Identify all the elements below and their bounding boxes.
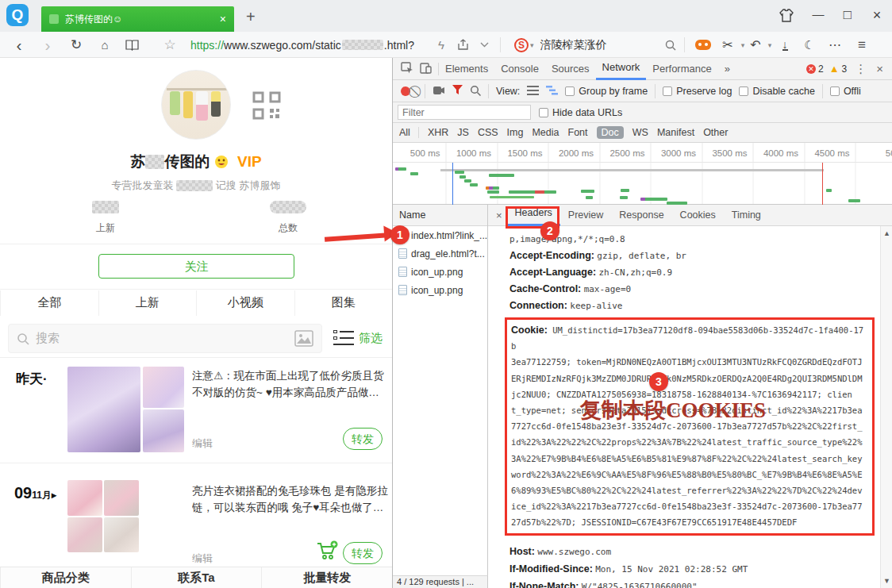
subtab-preview[interactable]: Preview <box>560 205 611 226</box>
inspect-element-icon[interactable] <box>393 62 418 75</box>
chevron-down-icon[interactable] <box>476 32 492 58</box>
reload-icon[interactable]: ↻ <box>65 32 87 58</box>
feed-2-image-4[interactable] <box>104 517 139 552</box>
network-filter-input[interactable] <box>398 105 531 120</box>
name-column-header[interactable]: Name <box>393 205 488 226</box>
download-icon[interactable]: ↓ <box>775 32 794 58</box>
filter-button[interactable]: 筛选 <box>359 331 383 346</box>
feed-2-image-3[interactable] <box>67 517 102 552</box>
window-minimize-button[interactable]: — <box>806 7 830 21</box>
more-tabs-icon[interactable]: » <box>718 58 736 80</box>
type-filter[interactable]: All <box>399 127 419 138</box>
cookie-header-value[interactable]: UM_distinctid=17b3ea77120df8-094bae5583d… <box>511 325 863 527</box>
type-filter[interactable]: CSS <box>478 127 498 138</box>
device-toolbar-icon[interactable] <box>418 63 439 75</box>
undo-history-icon[interactable]: ↶ <box>747 32 764 58</box>
type-filter[interactable]: JS <box>457 127 469 138</box>
undo-caret-icon[interactable]: ▾ <box>766 32 774 58</box>
tab-sources[interactable]: Sources <box>545 58 596 80</box>
page-tab[interactable]: 小视频 <box>196 290 294 316</box>
type-filter[interactable]: XHR <box>428 127 448 138</box>
feed-2-forward-button[interactable]: 转发 <box>343 542 383 564</box>
waterfall-overview[interactable] <box>393 163 892 205</box>
tab-console[interactable]: Console <box>494 58 545 80</box>
feed-2-edit-button[interactable]: 编辑 <box>192 551 213 566</box>
feed-2-text[interactable]: 亮片连衣裙搭配的兔毛珍珠包 是有隐形拉链，可以装东西的哦 兔子♥耳朵也做了一点定… <box>192 482 389 516</box>
search-network-icon[interactable] <box>470 85 481 98</box>
type-filter[interactable]: Doc <box>597 126 624 139</box>
filter-toggle-icon[interactable] <box>452 85 463 97</box>
browser-logo-icon[interactable]: Q <box>6 4 29 26</box>
screenshot-capture-icon[interactable] <box>433 86 445 97</box>
avatar[interactable] <box>161 70 231 140</box>
page-tab[interactable]: 全部 <box>0 290 98 316</box>
window-maximize-button[interactable]: □ <box>836 7 859 23</box>
shop-search-input[interactable]: 搜索 <box>8 324 322 353</box>
bottom-nav-item[interactable]: 联系Ta <box>131 567 262 588</box>
view-list-icon[interactable] <box>527 86 539 97</box>
feed-1-image-3[interactable] <box>143 409 184 452</box>
skin-theme-icon[interactable] <box>779 9 794 23</box>
tab-elements[interactable]: Elements <box>439 58 494 80</box>
devtools-menu-icon[interactable]: ⋮ <box>847 63 875 75</box>
close-detail-pane-icon[interactable]: × <box>488 209 507 221</box>
type-filter[interactable]: Img <box>507 127 524 138</box>
browser-tab[interactable]: 苏博传图的☺ × <box>41 6 234 32</box>
menu-icon[interactable]: ≡ <box>852 32 871 58</box>
feed-2-image-1[interactable] <box>67 480 102 516</box>
search-box[interactable]: S ▾ 涪陵榨菜涨价 <box>514 32 607 58</box>
warning-count-badge[interactable]: ▲3 <box>829 63 848 75</box>
request-row[interactable]: icon_up.png <box>393 263 487 281</box>
request-row[interactable]: drag_ele.html?t... <box>393 244 487 263</box>
bookmarks-icon[interactable] <box>121 32 143 58</box>
bottom-nav-item[interactable]: 批量转发 <box>261 567 392 588</box>
feed-1-forward-button[interactable]: 转发 <box>343 428 383 450</box>
type-filter[interactable]: WS <box>632 127 648 138</box>
error-count-badge[interactable]: ✕2 <box>806 63 824 75</box>
scissors-caret-icon[interactable]: ▾ <box>739 32 747 58</box>
address-bar[interactable]: https://www.szwego.com/static.html? <box>190 32 414 58</box>
subtab-cookies[interactable]: Cookies <box>672 205 724 226</box>
type-filter[interactable]: Other <box>703 127 728 138</box>
hide-data-urls-checkbox[interactable]: Hide data URLs <box>539 107 622 118</box>
cart-add-icon[interactable] <box>316 540 338 561</box>
preserve-log-checkbox[interactable]: Preserve log <box>663 86 732 97</box>
window-close-button[interactable]: × <box>865 7 889 24</box>
qr-code-icon[interactable] <box>252 91 281 120</box>
headers-scrollbar[interactable]: ▲ ▼ <box>880 226 892 588</box>
scroll-up-icon[interactable]: ▲ <box>881 229 892 237</box>
subtab-response[interactable]: Response <box>611 205 671 226</box>
feed-2-image-2[interactable] <box>104 480 139 516</box>
accelerate-icon[interactable]: ϟ <box>435 32 448 58</box>
screenshot-scissors-icon[interactable]: ✂ <box>718 32 737 58</box>
type-filter[interactable]: Font <box>568 127 588 138</box>
favorite-star-icon[interactable]: ☆ <box>159 32 181 58</box>
feed-1-edit-button[interactable]: 编辑 <box>192 436 213 451</box>
tab-network[interactable]: Network <box>596 58 647 80</box>
view-waterfall-icon[interactable] <box>546 86 558 97</box>
filter-sort-icon[interactable] <box>333 330 354 346</box>
follow-button[interactable]: 关注 <box>98 254 294 279</box>
offline-checkbox[interactable]: Offli <box>830 86 861 97</box>
night-mode-icon[interactable]: ☾ <box>800 32 819 58</box>
request-row[interactable]: icon_up.png <box>393 281 487 299</box>
tab-performance[interactable]: Performance <box>646 58 717 80</box>
page-tab[interactable]: 图集 <box>294 290 393 316</box>
devtools-close-icon[interactable]: × <box>875 63 892 75</box>
search-query[interactable]: 涪陵榨菜涨价 <box>540 38 607 52</box>
type-filter[interactable]: Media <box>532 127 559 138</box>
disable-cache-checkbox[interactable]: Disable cache <box>739 86 815 97</box>
feed-1-image-2[interactable] <box>143 367 184 408</box>
forward-icon[interactable]: › <box>37 32 59 58</box>
search-engine-caret-icon[interactable]: ▾ <box>530 41 534 49</box>
bottom-nav-item[interactable]: 商品分类 <box>0 567 131 588</box>
more-options-icon[interactable]: ⋯ <box>825 32 844 58</box>
record-network-log-icon[interactable] <box>401 86 410 96</box>
cookie-header-highlight-box[interactable]: Cookie: UM_distinctid=17b3ea77120df8-094… <box>505 317 875 536</box>
game-center-icon[interactable] <box>692 32 714 58</box>
scroll-down-icon[interactable]: ▼ <box>881 577 892 585</box>
back-icon[interactable]: ‹ <box>8 32 30 58</box>
search-go-icon[interactable] <box>661 32 680 58</box>
feed-1-text[interactable]: 注意⚠：现在市面上出现了低价劣质且货不对版的仿货~ ♥用本家高品质产品做实拍，以… <box>192 367 389 401</box>
new-tab-button[interactable]: + <box>246 8 256 26</box>
